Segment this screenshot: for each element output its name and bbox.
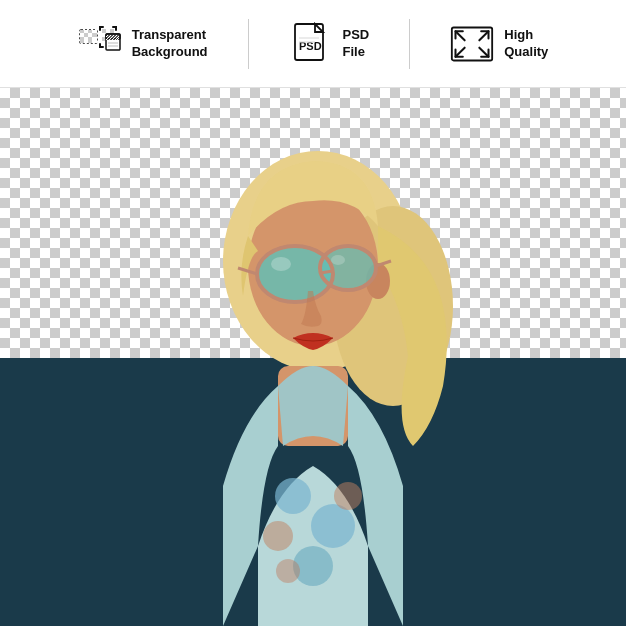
banner-item-transparent: Transparent Background — [78, 22, 208, 66]
svg-rect-14 — [102, 29, 106, 33]
svg-rect-16 — [110, 29, 114, 33]
psd-file-label: PSD File — [343, 27, 370, 61]
top-banner: Transparent Background PSD PSD File — [0, 0, 626, 88]
divider-1 — [248, 19, 249, 69]
banner-item-psd: PSD PSD File — [289, 22, 370, 66]
svg-rect-11 — [88, 37, 92, 43]
svg-line-39 — [480, 31, 489, 40]
svg-rect-6 — [84, 33, 88, 37]
svg-line-40 — [456, 47, 465, 56]
svg-point-45 — [275, 478, 311, 514]
transparent-bg-label: Transparent Background — [132, 27, 208, 61]
main-image-area — [0, 88, 626, 626]
svg-rect-5 — [80, 33, 84, 37]
svg-point-50 — [276, 559, 300, 583]
svg-line-38 — [456, 31, 465, 40]
svg-line-57 — [320, 271, 333, 273]
banner-item-quality: High Quality — [450, 22, 548, 66]
transparent-bg-icon — [78, 22, 122, 66]
svg-point-48 — [334, 482, 362, 510]
svg-point-47 — [263, 521, 293, 551]
svg-point-60 — [271, 257, 291, 271]
svg-rect-7 — [88, 33, 92, 37]
high-quality-icon — [450, 22, 494, 66]
svg-rect-12 — [92, 37, 97, 43]
svg-point-46 — [311, 504, 355, 548]
divider-2 — [409, 19, 410, 69]
svg-rect-9 — [80, 37, 84, 43]
svg-rect-4 — [92, 30, 97, 33]
svg-rect-3 — [88, 30, 92, 33]
svg-point-49 — [293, 546, 333, 586]
svg-rect-1 — [80, 30, 84, 33]
svg-rect-10 — [84, 37, 88, 43]
svg-rect-2 — [84, 30, 88, 33]
high-quality-label: High Quality — [504, 27, 548, 61]
svg-line-41 — [480, 47, 489, 56]
svg-rect-8 — [92, 33, 97, 37]
psd-icon: PSD — [289, 22, 333, 66]
woman-illustration — [123, 106, 503, 626]
svg-rect-15 — [106, 29, 110, 33]
svg-point-61 — [331, 255, 345, 265]
